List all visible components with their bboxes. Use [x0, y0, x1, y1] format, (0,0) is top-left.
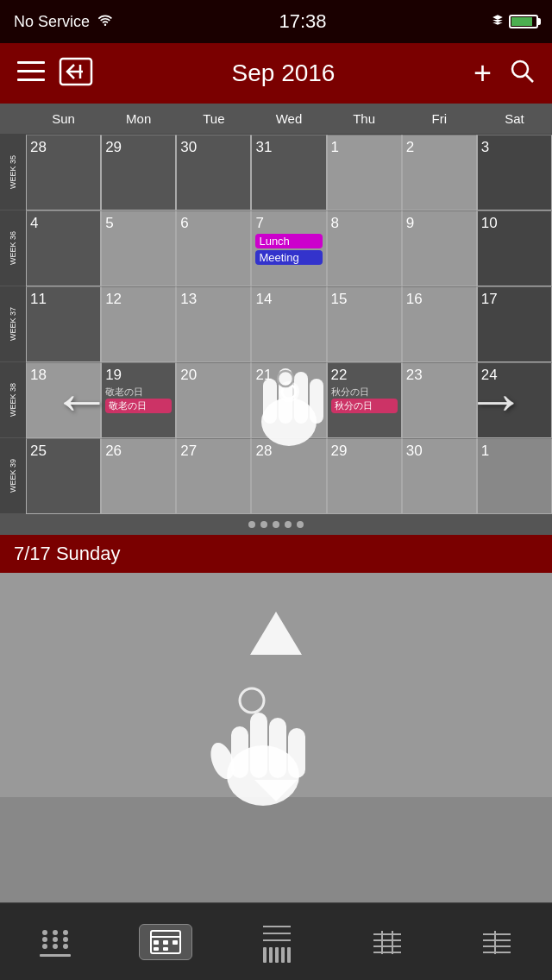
- cal-cell-sep12[interactable]: 12: [101, 286, 176, 362]
- cal-cell-sep9[interactable]: 9: [402, 210, 477, 286]
- cal-cell-sep23[interactable]: 23: [402, 362, 477, 438]
- cal-cell-aug28[interactable]: 28: [26, 135, 101, 210]
- week-35-row: WEEK 35 28 29 30 31 1 2 3: [0, 135, 552, 210]
- dot-2: [260, 521, 267, 528]
- svg-rect-40: [163, 947, 168, 951]
- cal-cell-sep30[interactable]: 30: [402, 438, 477, 514]
- day-header-tue: Tue: [176, 104, 251, 134]
- svg-point-33: [63, 944, 68, 949]
- cal-cell-sep5[interactable]: 5: [101, 210, 176, 286]
- cal-cell-sep25[interactable]: 25: [26, 438, 101, 514]
- cal-cell-aug29[interactable]: 29: [101, 135, 176, 210]
- cal-cell-sep18[interactable]: 18: [26, 362, 101, 438]
- dot-1: [248, 521, 255, 528]
- cal-cell-aug30[interactable]: 30: [176, 135, 251, 210]
- cal-cell-sep6[interactable]: 6: [176, 210, 251, 286]
- svg-rect-21: [269, 718, 286, 778]
- dot-3: [273, 521, 279, 528]
- week-39-row: WEEK 39 25 26 27 28 29 30 1: [0, 438, 552, 514]
- nav-title: Sep 2016: [232, 60, 336, 87]
- dots-bar: [0, 514, 552, 535]
- search-button[interactable]: [509, 58, 535, 90]
- svg-rect-39: [154, 947, 159, 951]
- event-shubun: 秋分の日: [331, 399, 398, 413]
- cal-cell-sep20[interactable]: 20: [176, 362, 251, 438]
- cal-cell-sep21[interactable]: 21: [251, 362, 326, 438]
- back-view-button[interactable]: [59, 57, 93, 90]
- week-label-37: WEEK 37: [0, 286, 26, 362]
- cal-cell-sep27[interactable]: 27: [176, 438, 251, 514]
- svg-rect-22: [288, 728, 305, 778]
- menu-button[interactable]: [17, 60, 45, 88]
- toolbar-item-3day[interactable]: [361, 925, 413, 959]
- event-lunch: Lunch: [255, 234, 322, 248]
- cal-cell-sep16[interactable]: 16: [402, 286, 477, 362]
- svg-point-31: [42, 944, 47, 949]
- toolbar-item-dots[interactable]: [29, 922, 81, 962]
- cal-cell-sep13[interactable]: 13: [176, 286, 251, 362]
- week-38-row: WEEK 38 18 19 敬老の日 敬老の日 20 21 22 秋分の日 秋分…: [0, 362, 552, 438]
- day-headers: Sun Mon Tue Wed Thu Fri Sat: [0, 104, 552, 135]
- cal-cell-sep17[interactable]: 17: [477, 286, 552, 362]
- wifi-icon: [97, 13, 114, 31]
- cal-cell-sep26[interactable]: 26: [101, 438, 176, 514]
- week-label-38: WEEK 38: [0, 362, 26, 438]
- cal-cell-sep10[interactable]: 10: [477, 210, 552, 286]
- cal-cell-sep29[interactable]: 29: [327, 438, 402, 514]
- svg-point-26: [53, 930, 58, 935]
- svg-point-25: [42, 930, 47, 935]
- svg-point-28: [42, 937, 47, 942]
- event-meeting: Meeting: [255, 250, 322, 265]
- cal-cell-sep14[interactable]: 14: [251, 286, 326, 362]
- week-37-row: WEEK 37 11 12 13 14 15 16 17: [0, 286, 552, 362]
- cal-cell-sep1[interactable]: 1: [327, 135, 402, 210]
- toolbar-item-month[interactable]: [139, 924, 192, 960]
- week-36-row: WEEK 36 4 5 6 7 Lunch Meeting 8 9 10: [0, 210, 552, 286]
- svg-point-29: [53, 937, 58, 942]
- location-icon: [492, 13, 504, 31]
- add-button[interactable]: +: [474, 58, 492, 89]
- svg-point-27: [63, 930, 68, 935]
- svg-rect-36: [154, 940, 159, 945]
- day-header-sat: Sat: [477, 104, 552, 134]
- dot-5: [297, 521, 304, 528]
- toolbar-item-week[interactable]: [251, 916, 303, 968]
- cal-cell-sep7[interactable]: 7 Lunch Meeting: [251, 210, 326, 286]
- svg-rect-2: [17, 79, 45, 81]
- status-bar: No Service 17:38: [0, 0, 552, 43]
- carrier-text: No Service: [14, 13, 90, 31]
- svg-rect-38: [172, 940, 178, 945]
- cal-cell-sep22[interactable]: 22 秋分の日 秋分の日: [327, 362, 402, 438]
- hand-up-gesture: [190, 642, 362, 818]
- status-left: No Service: [14, 13, 114, 31]
- bottom-toolbar: [0, 902, 552, 980]
- cal-cell-sep19[interactable]: 19 敬老の日 敬老の日: [101, 362, 176, 438]
- cal-cell-sep28[interactable]: 28: [251, 438, 326, 514]
- day-detail-area[interactable]: [0, 573, 552, 797]
- svg-rect-20: [250, 713, 267, 778]
- cal-cell-sep3[interactable]: 3: [477, 135, 552, 210]
- day-header-sun: Sun: [26, 104, 101, 134]
- event-keiro: 敬老の日: [105, 399, 172, 413]
- cal-cell-sep11[interactable]: 11: [26, 286, 101, 362]
- cal-cell-sep2[interactable]: 2: [402, 135, 477, 210]
- battery-icon: [509, 15, 538, 28]
- week-label-36: WEEK 36: [0, 210, 26, 286]
- calendar-section: Sun Mon Tue Wed Thu Fri Sat WEEK 35 28 2…: [0, 104, 552, 514]
- day-header-thu: Thu: [327, 104, 402, 134]
- cal-cell-sep24[interactable]: 24: [477, 362, 552, 438]
- svg-point-6: [512, 61, 528, 77]
- cal-cell-sep4[interactable]: 4: [26, 210, 101, 286]
- cal-cell-sep15[interactable]: 15: [327, 286, 402, 362]
- cal-cell-aug31[interactable]: 31: [251, 135, 326, 210]
- svg-rect-1: [17, 70, 45, 72]
- svg-rect-0: [17, 61, 45, 64]
- toolbar-item-day[interactable]: [471, 925, 523, 959]
- nav-bar: Sep 2016 +: [0, 43, 552, 104]
- status-right: [492, 13, 538, 31]
- svg-rect-37: [163, 940, 168, 945]
- cal-cell-oct1[interactable]: 1: [477, 438, 552, 514]
- day-header-fri: Fri: [402, 104, 477, 134]
- svg-line-7: [526, 75, 533, 82]
- cal-cell-sep8[interactable]: 8: [327, 210, 402, 286]
